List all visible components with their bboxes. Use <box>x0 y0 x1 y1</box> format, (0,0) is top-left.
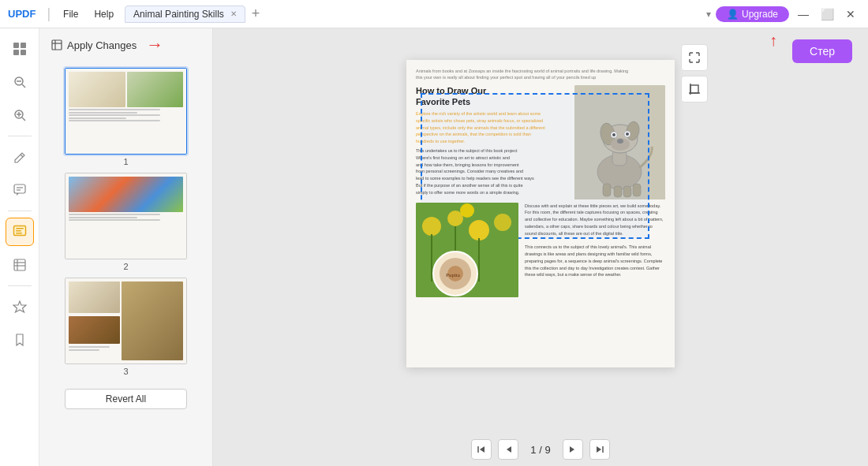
first-page-button[interactable] <box>471 439 492 460</box>
page-lower-section: Pupita Discuss with and explain at these… <box>416 203 665 297</box>
sidebar-icon-comment[interactable] <box>6 176 34 204</box>
thumbnail-item-3[interactable]: 3 <box>65 278 187 376</box>
last-page-button[interactable] <box>589 439 610 460</box>
page-dog-image <box>574 85 665 199</box>
thumbnail-label-2: 2 <box>123 262 128 271</box>
sidebar-icon-layers[interactable] <box>6 251 34 279</box>
page-indicator: 1 / 9 <box>525 444 556 456</box>
page-viewer: Animals from books and at Zoosaps an ins… <box>406 60 675 367</box>
svg-rect-41 <box>633 184 641 196</box>
page-flower-image: Pupita <box>416 203 518 297</box>
tab-label: Animal Painting Skills <box>133 9 224 20</box>
thumbnail-item-1[interactable]: 1 <box>65 68 187 166</box>
add-tab-icon[interactable]: + <box>249 6 264 22</box>
thumbnail-panel: Apply Changes → <box>39 28 213 466</box>
svg-text:Pupita: Pupita <box>446 272 461 278</box>
svg-rect-19 <box>14 259 25 270</box>
thumbnail-page-3[interactable] <box>65 278 187 364</box>
menu-help[interactable]: Help <box>89 7 118 21</box>
svg-point-46 <box>494 214 511 231</box>
sidebar-icon-zoom-out[interactable] <box>6 68 34 96</box>
sidebar-icon-bookmark[interactable] <box>6 218 34 246</box>
svg-line-6 <box>22 84 25 88</box>
next-page-button[interactable] <box>563 439 583 460</box>
page-viewer-wrapper: Animals from books and at Zoosaps an ins… <box>406 44 675 367</box>
svg-rect-17 <box>16 230 21 232</box>
thumbnail-label-3: 3 <box>123 367 128 376</box>
sidebar-separator-3 <box>8 285 32 286</box>
minimize-button[interactable]: — <box>794 5 813 24</box>
crop-arrow-indicator: ↑ <box>769 32 777 50</box>
sidebar-icon-edit[interactable] <box>6 143 34 171</box>
main-area: Apply Changes → <box>0 28 868 466</box>
maximize-button[interactable]: ⬜ <box>817 5 836 24</box>
thumbnail-header: Apply Changes → <box>39 28 212 62</box>
svg-point-33 <box>617 139 623 144</box>
page-tools <box>681 44 708 103</box>
page-heading: How to Draw OurFavorite Pets <box>416 85 568 108</box>
svg-point-37 <box>626 132 629 136</box>
svg-rect-24 <box>52 40 62 50</box>
svg-marker-59 <box>480 446 485 453</box>
tab-area: Animal Painting Skills ✕ + <box>125 6 700 23</box>
user-icon: 👤 <box>727 9 739 20</box>
apply-changes-button[interactable]: Apply Changes <box>51 39 137 51</box>
page-lower-text: Discuss with and explain at these little… <box>525 203 665 297</box>
close-button[interactable]: ✕ <box>841 5 860 24</box>
title-sep: | <box>47 6 51 22</box>
page-top-text: Animals from books and at Zoosaps an ins… <box>416 68 665 81</box>
thumbnail-label-1: 1 <box>123 157 128 166</box>
svg-point-35 <box>612 133 615 136</box>
svg-rect-16 <box>16 228 24 229</box>
upgrade-button[interactable]: 👤 Upgrade <box>716 6 789 22</box>
svg-line-10 <box>22 117 25 121</box>
svg-point-45 <box>469 220 489 240</box>
dropdown-icon[interactable]: ▾ <box>706 9 711 20</box>
apply-changes-label: Apply Changes <box>67 39 137 51</box>
svg-marker-60 <box>507 446 511 453</box>
page-content: Animals from books and at Zoosaps an ins… <box>406 60 675 367</box>
page-body-text: This undertakes us to the subject of thi… <box>416 147 568 196</box>
tab-animal-painting[interactable]: Animal Painting Skills ✕ <box>125 6 245 23</box>
app-logo: UPDF <box>8 8 36 20</box>
fullscreen-tool-button[interactable] <box>681 44 708 71</box>
page-text-column: How to Draw OurFavorite Pets Explore the… <box>416 85 568 199</box>
sidebar-icon-bookmark2[interactable] <box>6 326 34 354</box>
svg-rect-2 <box>13 50 19 55</box>
title-bar: UPDF | File Help Animal Painting Skills … <box>0 0 868 28</box>
svg-rect-0 <box>13 43 19 48</box>
crop-button[interactable]: Стер <box>792 39 852 63</box>
thumbnail-page-2[interactable] <box>65 173 187 259</box>
svg-rect-38 <box>603 184 611 196</box>
svg-rect-3 <box>21 50 26 55</box>
page-highlight-text: Explore the rich variety of the artistic… <box>416 110 568 145</box>
svg-point-47 <box>460 203 474 218</box>
prev-page-button[interactable] <box>498 439 518 460</box>
content-area: Стер ↑ Animals from books and at Zoosaps… <box>213 28 868 466</box>
svg-point-43 <box>422 217 441 236</box>
svg-rect-39 <box>614 186 622 197</box>
svg-line-11 <box>21 155 23 157</box>
title-bar-right: ▾ 👤 Upgrade — ⬜ ✕ <box>706 5 860 24</box>
svg-marker-61 <box>570 446 574 453</box>
thumbnail-page-1[interactable] <box>65 68 187 155</box>
page-navigation: 1 / 9 <box>213 433 868 466</box>
svg-marker-63 <box>597 446 601 453</box>
menu-file[interactable]: File <box>58 7 83 21</box>
sidebar-icon-thumbnail[interactable] <box>6 35 34 63</box>
sidebar-icon-zoom-in[interactable] <box>6 101 34 129</box>
thumbnail-item-2[interactable]: 2 <box>65 173 187 271</box>
crop-tool-button[interactable] <box>681 76 708 103</box>
sidebar-icons <box>0 28 39 466</box>
svg-rect-18 <box>16 233 22 234</box>
svg-rect-40 <box>623 186 631 197</box>
svg-rect-12 <box>14 185 25 193</box>
revert-all-button[interactable]: Revert All <box>65 389 187 409</box>
svg-rect-1 <box>21 43 26 48</box>
sidebar-separator-2 <box>8 211 32 211</box>
thumbnail-list: 1 2 <box>39 62 212 382</box>
apply-changes-arrow: → <box>146 35 163 55</box>
sidebar-icon-star[interactable] <box>6 293 34 321</box>
tab-close-icon[interactable]: ✕ <box>230 9 237 18</box>
upgrade-label: Upgrade <box>742 9 778 20</box>
